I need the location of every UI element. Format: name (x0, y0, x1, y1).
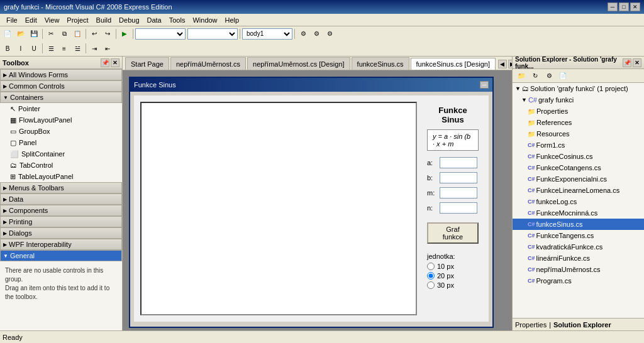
toolbox-item-panel[interactable]: ▢ Panel (0, 137, 122, 148)
tb-debug2[interactable]: ⚙ (310, 28, 323, 40)
toolbox-section-all-windows[interactable]: ▶ All Windows Forms (0, 69, 122, 80)
tb-cut[interactable]: ✂ (45, 28, 57, 40)
tab-neprima-design[interactable]: nepřímaUměrnost.cs [Design] (247, 57, 350, 70)
tb-class-combo[interactable] (187, 28, 238, 40)
se-references[interactable]: 📁 References (513, 117, 644, 128)
tb-debug1[interactable]: ⚙ (297, 28, 309, 40)
tb-undo[interactable]: ↩ (88, 28, 101, 40)
toolbox-close[interactable]: ✕ (111, 58, 119, 67)
tb-outdent[interactable]: ⇤ (101, 43, 114, 54)
tab-neprima-cs[interactable]: nepřímáUměrnost.cs (170, 57, 246, 70)
tb-copy[interactable]: ⧉ (58, 28, 70, 40)
menu-view[interactable]: View (41, 14, 64, 26)
menu-window[interactable]: Window (189, 14, 221, 26)
menu-help[interactable]: Help (221, 14, 243, 26)
tb-debug3[interactable]: ⚙ (323, 28, 336, 40)
menu-debug[interactable]: Debug (115, 14, 143, 26)
se-funkcecotangens[interactable]: C# FunkceCotangens.cs (513, 162, 644, 173)
tb-align1[interactable]: ☰ (45, 43, 57, 54)
tb-redo[interactable]: ↪ (101, 28, 114, 40)
se-properties[interactable]: 📁 Properties (513, 106, 644, 117)
minimize-button[interactable]: ─ (608, 3, 618, 11)
se-pin[interactable]: 📌 (623, 58, 631, 67)
se-funkcelinear[interactable]: C# FunkceLinearneLomena.cs (513, 185, 644, 196)
se-solution[interactable]: ▼ 🗂 Solution 'grafy funkci' (1 project) (513, 83, 644, 94)
tb-paste[interactable]: 📋 (71, 28, 84, 40)
toolbox-section-common[interactable]: ▶ Common Controls (0, 80, 122, 92)
radio-20px[interactable] (427, 272, 435, 280)
tb-save[interactable]: 💾 (28, 28, 40, 40)
se-tb-2[interactable]: ↻ (529, 70, 541, 82)
se-close[interactable]: ✕ (633, 58, 641, 67)
menu-bar: File Edit View Project Build Debug Data … (0, 14, 644, 26)
tb-new[interactable]: 📄 (1, 28, 14, 40)
close-button[interactable]: ✕ (630, 3, 640, 11)
se-bottom-properties[interactable]: Properties (515, 321, 547, 329)
toolbox-item-splitcontainer[interactable]: ⬜ SplitContainer (0, 148, 122, 160)
se-funkcelog[interactable]: C# funkceLog.cs (513, 196, 644, 207)
toolbox-section-general[interactable]: ▼ General (0, 250, 122, 261)
tb-sep-4 (133, 29, 133, 39)
se-form1[interactable]: C# Form1.cs (513, 139, 644, 151)
se-program[interactable]: C# Program.cs (513, 275, 644, 286)
menu-tools[interactable]: Tools (165, 14, 189, 26)
se-funkcecosinus[interactable]: C# FunkceCosinus.cs (513, 151, 644, 162)
se-funksinus[interactable]: C# funkceSinus.cs (513, 219, 644, 230)
tb-open[interactable]: 📂 (14, 28, 27, 40)
se-tb-3[interactable]: ⚙ (543, 70, 555, 82)
se-resources[interactable]: 📁 Resources (513, 128, 644, 139)
field-input-b[interactable] (440, 172, 477, 183)
toolbox-item-groupbox[interactable]: ▭ GroupBox (0, 126, 122, 137)
toolbox-item-pointer[interactable]: ↖ Pointer (0, 103, 122, 114)
tab-sinus-design[interactable]: funkceSinus.cs [Design] (411, 58, 496, 70)
menu-build[interactable]: Build (92, 14, 115, 26)
menu-project[interactable]: Project (63, 14, 92, 26)
field-input-a[interactable] (440, 157, 477, 168)
field-input-n[interactable] (440, 202, 477, 214)
tb-method-combo[interactable] (135, 28, 186, 40)
tb-align3[interactable]: ☱ (71, 43, 84, 54)
tb-start[interactable]: ▶ (118, 28, 131, 40)
se-linearfunkce[interactable]: C# lineárniFunkce.cs (513, 253, 644, 264)
tb-align2[interactable]: ≡ (58, 43, 70, 54)
toolbox-section-containers[interactable]: ▼ Containers (0, 92, 122, 103)
menu-data[interactable]: Data (143, 14, 165, 26)
toolbox-section-menus[interactable]: ▶ Menus & Toolbars (0, 182, 122, 193)
maximize-button[interactable]: □ (619, 3, 629, 11)
se-kvadfunkce[interactable]: C# kvadratickáFunkce.cs (513, 241, 644, 253)
se-tb-4[interactable]: 📄 (557, 70, 569, 82)
tb-format2[interactable]: I (14, 43, 27, 54)
menu-file[interactable]: File (3, 14, 21, 26)
se-funkmocninna[interactable]: C# FunkceMocninná.cs (513, 207, 644, 219)
radio-10px[interactable] (427, 263, 435, 270)
toolbox-section-data[interactable]: ▶ Data (0, 193, 122, 205)
tb-body-combo[interactable]: body1 (242, 28, 292, 40)
tab-start-page[interactable]: Start Page (125, 57, 169, 70)
se-tb-1[interactable]: 📁 (515, 70, 528, 82)
field-input-m[interactable] (440, 187, 477, 199)
se-funkceexp[interactable]: C# FunkcExponencialni.cs (513, 173, 644, 185)
toolbox-pin[interactable]: 📌 (101, 58, 109, 67)
se-funktangens[interactable]: C# FunkceTangens.cs (513, 230, 644, 241)
se-neprima[interactable]: C# nepřímaUměrnost.cs (513, 264, 644, 275)
menu-edit[interactable]: Edit (21, 14, 41, 26)
toolbox-section-all-label: All Windows Forms (9, 71, 68, 79)
toolbox-item-flowlayout[interactable]: ▦ FlowLayoutPanel (0, 114, 122, 126)
tab-scroll-left[interactable]: ◀ (498, 60, 507, 68)
toolbox-item-tablelayout[interactable]: ⊞ TableLayoutPanel (0, 171, 122, 182)
toolbox-item-tabcontrol[interactable]: 🗂 TabControl (0, 160, 122, 171)
tb-format3[interactable]: U (28, 43, 40, 54)
graf-funkce-button[interactable]: Graf funkce (427, 222, 479, 244)
tab-sinus-cs[interactable]: funkceSinus.cs (352, 57, 409, 70)
tb-format1[interactable]: B (1, 43, 14, 54)
tb-indent[interactable]: ⇥ (88, 43, 101, 54)
toolbox-section-printing[interactable]: ▶ Printing (0, 216, 122, 227)
se-project[interactable]: ▼ C# grafy funkci (513, 94, 644, 106)
se-bottom-solution[interactable]: Solution Explorer (553, 321, 611, 329)
toolbox-section-dialogs[interactable]: ▶ Dialogs (0, 227, 122, 239)
form-close-btn[interactable]: ─ (480, 81, 489, 89)
toolbox-section-wpf[interactable]: ▶ WPF Interoperability (0, 239, 122, 250)
toolbox-section-components[interactable]: ▶ Components (0, 205, 122, 216)
radio-30px[interactable] (427, 281, 435, 289)
design-area[interactable]: Funkce Sinus ─ Funkce Sinus y = a · sin … (123, 70, 512, 330)
